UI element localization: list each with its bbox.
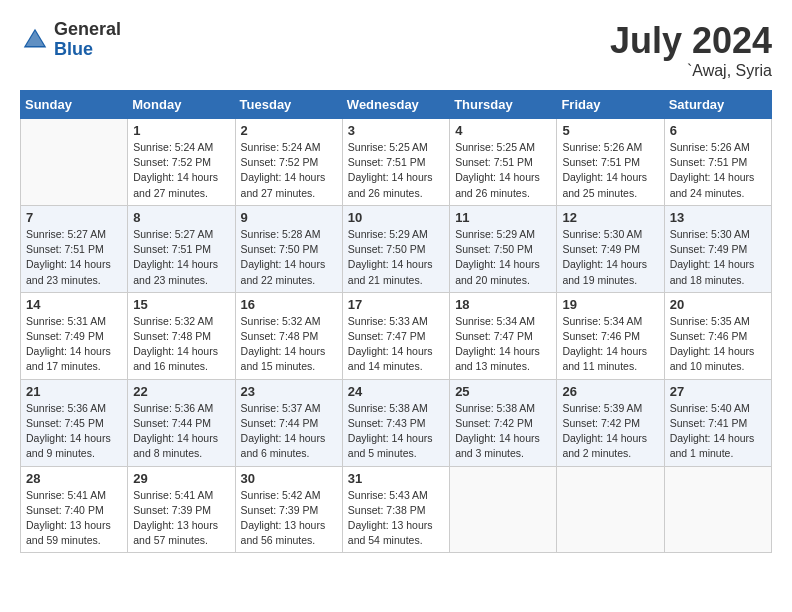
day-info: Sunrise: 5:29 AM Sunset: 7:50 PM Dayligh… bbox=[348, 227, 444, 288]
day-number: 24 bbox=[348, 384, 444, 399]
table-row: 13Sunrise: 5:30 AM Sunset: 7:49 PM Dayli… bbox=[664, 205, 771, 292]
header-tuesday: Tuesday bbox=[235, 91, 342, 119]
calendar-week-row: 21Sunrise: 5:36 AM Sunset: 7:45 PM Dayli… bbox=[21, 379, 772, 466]
svg-marker-1 bbox=[26, 31, 44, 46]
day-number: 15 bbox=[133, 297, 229, 312]
table-row: 27Sunrise: 5:40 AM Sunset: 7:41 PM Dayli… bbox=[664, 379, 771, 466]
table-row: 17Sunrise: 5:33 AM Sunset: 7:47 PM Dayli… bbox=[342, 292, 449, 379]
day-number: 31 bbox=[348, 471, 444, 486]
table-row: 15Sunrise: 5:32 AM Sunset: 7:48 PM Dayli… bbox=[128, 292, 235, 379]
day-number: 13 bbox=[670, 210, 766, 225]
day-number: 2 bbox=[241, 123, 337, 138]
table-row: 20Sunrise: 5:35 AM Sunset: 7:46 PM Dayli… bbox=[664, 292, 771, 379]
day-number: 6 bbox=[670, 123, 766, 138]
day-info: Sunrise: 5:33 AM Sunset: 7:47 PM Dayligh… bbox=[348, 314, 444, 375]
day-info: Sunrise: 5:38 AM Sunset: 7:43 PM Dayligh… bbox=[348, 401, 444, 462]
logo-blue: Blue bbox=[54, 40, 121, 60]
day-number: 7 bbox=[26, 210, 122, 225]
table-row bbox=[450, 466, 557, 553]
day-number: 1 bbox=[133, 123, 229, 138]
table-row: 19Sunrise: 5:34 AM Sunset: 7:46 PM Dayli… bbox=[557, 292, 664, 379]
day-number: 23 bbox=[241, 384, 337, 399]
logo: General Blue bbox=[20, 20, 121, 60]
day-info: Sunrise: 5:41 AM Sunset: 7:39 PM Dayligh… bbox=[133, 488, 229, 549]
table-row: 28Sunrise: 5:41 AM Sunset: 7:40 PM Dayli… bbox=[21, 466, 128, 553]
table-row: 1Sunrise: 5:24 AM Sunset: 7:52 PM Daylig… bbox=[128, 119, 235, 206]
table-row: 11Sunrise: 5:29 AM Sunset: 7:50 PM Dayli… bbox=[450, 205, 557, 292]
day-info: Sunrise: 5:34 AM Sunset: 7:47 PM Dayligh… bbox=[455, 314, 551, 375]
day-info: Sunrise: 5:38 AM Sunset: 7:42 PM Dayligh… bbox=[455, 401, 551, 462]
table-row bbox=[21, 119, 128, 206]
day-info: Sunrise: 5:39 AM Sunset: 7:42 PM Dayligh… bbox=[562, 401, 658, 462]
table-row: 9Sunrise: 5:28 AM Sunset: 7:50 PM Daylig… bbox=[235, 205, 342, 292]
table-row: 10Sunrise: 5:29 AM Sunset: 7:50 PM Dayli… bbox=[342, 205, 449, 292]
calendar-week-row: 28Sunrise: 5:41 AM Sunset: 7:40 PM Dayli… bbox=[21, 466, 772, 553]
table-row: 21Sunrise: 5:36 AM Sunset: 7:45 PM Dayli… bbox=[21, 379, 128, 466]
table-row: 24Sunrise: 5:38 AM Sunset: 7:43 PM Dayli… bbox=[342, 379, 449, 466]
table-row: 12Sunrise: 5:30 AM Sunset: 7:49 PM Dayli… bbox=[557, 205, 664, 292]
table-row: 23Sunrise: 5:37 AM Sunset: 7:44 PM Dayli… bbox=[235, 379, 342, 466]
table-row bbox=[664, 466, 771, 553]
table-row: 14Sunrise: 5:31 AM Sunset: 7:49 PM Dayli… bbox=[21, 292, 128, 379]
day-number: 18 bbox=[455, 297, 551, 312]
day-number: 25 bbox=[455, 384, 551, 399]
day-info: Sunrise: 5:25 AM Sunset: 7:51 PM Dayligh… bbox=[455, 140, 551, 201]
header-friday: Friday bbox=[557, 91, 664, 119]
day-number: 8 bbox=[133, 210, 229, 225]
calendar-body: 1Sunrise: 5:24 AM Sunset: 7:52 PM Daylig… bbox=[21, 119, 772, 553]
day-info: Sunrise: 5:27 AM Sunset: 7:51 PM Dayligh… bbox=[133, 227, 229, 288]
day-info: Sunrise: 5:24 AM Sunset: 7:52 PM Dayligh… bbox=[133, 140, 229, 201]
table-row: 31Sunrise: 5:43 AM Sunset: 7:38 PM Dayli… bbox=[342, 466, 449, 553]
table-row: 4Sunrise: 5:25 AM Sunset: 7:51 PM Daylig… bbox=[450, 119, 557, 206]
table-row: 16Sunrise: 5:32 AM Sunset: 7:48 PM Dayli… bbox=[235, 292, 342, 379]
day-number: 3 bbox=[348, 123, 444, 138]
header-thursday: Thursday bbox=[450, 91, 557, 119]
day-info: Sunrise: 5:31 AM Sunset: 7:49 PM Dayligh… bbox=[26, 314, 122, 375]
day-info: Sunrise: 5:35 AM Sunset: 7:46 PM Dayligh… bbox=[670, 314, 766, 375]
table-row: 25Sunrise: 5:38 AM Sunset: 7:42 PM Dayli… bbox=[450, 379, 557, 466]
day-info: Sunrise: 5:29 AM Sunset: 7:50 PM Dayligh… bbox=[455, 227, 551, 288]
day-info: Sunrise: 5:25 AM Sunset: 7:51 PM Dayligh… bbox=[348, 140, 444, 201]
day-number: 27 bbox=[670, 384, 766, 399]
calendar-table: SundayMondayTuesdayWednesdayThursdayFrid… bbox=[20, 90, 772, 553]
calendar-week-row: 14Sunrise: 5:31 AM Sunset: 7:49 PM Dayli… bbox=[21, 292, 772, 379]
table-row: 8Sunrise: 5:27 AM Sunset: 7:51 PM Daylig… bbox=[128, 205, 235, 292]
day-info: Sunrise: 5:34 AM Sunset: 7:46 PM Dayligh… bbox=[562, 314, 658, 375]
logo-text: General Blue bbox=[54, 20, 121, 60]
table-row bbox=[557, 466, 664, 553]
day-info: Sunrise: 5:32 AM Sunset: 7:48 PM Dayligh… bbox=[241, 314, 337, 375]
table-row: 3Sunrise: 5:25 AM Sunset: 7:51 PM Daylig… bbox=[342, 119, 449, 206]
day-number: 12 bbox=[562, 210, 658, 225]
day-number: 19 bbox=[562, 297, 658, 312]
day-number: 17 bbox=[348, 297, 444, 312]
day-info: Sunrise: 5:30 AM Sunset: 7:49 PM Dayligh… bbox=[670, 227, 766, 288]
table-row: 18Sunrise: 5:34 AM Sunset: 7:47 PM Dayli… bbox=[450, 292, 557, 379]
header-monday: Monday bbox=[128, 91, 235, 119]
header-saturday: Saturday bbox=[664, 91, 771, 119]
calendar-week-row: 7Sunrise: 5:27 AM Sunset: 7:51 PM Daylig… bbox=[21, 205, 772, 292]
calendar-header: SundayMondayTuesdayWednesdayThursdayFrid… bbox=[21, 91, 772, 119]
table-row: 30Sunrise: 5:42 AM Sunset: 7:39 PM Dayli… bbox=[235, 466, 342, 553]
day-number: 5 bbox=[562, 123, 658, 138]
day-number: 20 bbox=[670, 297, 766, 312]
day-number: 22 bbox=[133, 384, 229, 399]
day-info: Sunrise: 5:26 AM Sunset: 7:51 PM Dayligh… bbox=[562, 140, 658, 201]
day-number: 30 bbox=[241, 471, 337, 486]
table-row: 22Sunrise: 5:36 AM Sunset: 7:44 PM Dayli… bbox=[128, 379, 235, 466]
day-number: 14 bbox=[26, 297, 122, 312]
day-info: Sunrise: 5:42 AM Sunset: 7:39 PM Dayligh… bbox=[241, 488, 337, 549]
day-info: Sunrise: 5:24 AM Sunset: 7:52 PM Dayligh… bbox=[241, 140, 337, 201]
day-number: 9 bbox=[241, 210, 337, 225]
day-info: Sunrise: 5:36 AM Sunset: 7:45 PM Dayligh… bbox=[26, 401, 122, 462]
day-info: Sunrise: 5:36 AM Sunset: 7:44 PM Dayligh… bbox=[133, 401, 229, 462]
day-info: Sunrise: 5:28 AM Sunset: 7:50 PM Dayligh… bbox=[241, 227, 337, 288]
day-number: 16 bbox=[241, 297, 337, 312]
day-number: 26 bbox=[562, 384, 658, 399]
day-number: 11 bbox=[455, 210, 551, 225]
logo-icon bbox=[20, 25, 50, 55]
title-month: July 2024 bbox=[610, 20, 772, 62]
day-number: 4 bbox=[455, 123, 551, 138]
day-number: 29 bbox=[133, 471, 229, 486]
day-info: Sunrise: 5:43 AM Sunset: 7:38 PM Dayligh… bbox=[348, 488, 444, 549]
header-sunday: Sunday bbox=[21, 91, 128, 119]
